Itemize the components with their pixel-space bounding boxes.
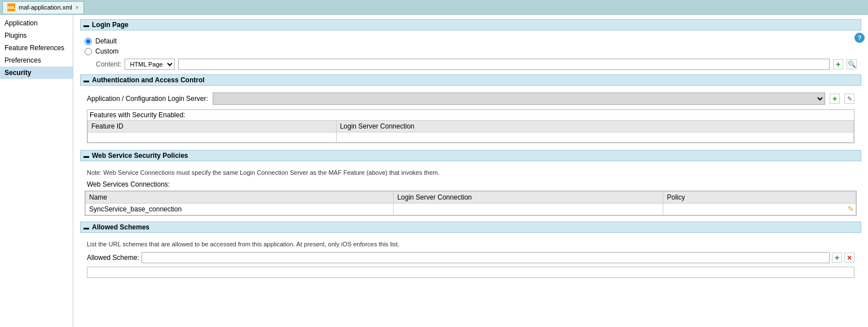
sidebar-item-feature-references[interactable]: Feature References	[0, 42, 73, 54]
collapse-auth-icon[interactable]: ▬	[83, 77, 90, 83]
ws-row-0[interactable]: SyncService_base_connection	[86, 204, 856, 215]
ws-note: Note: Web Service Connections must speci…	[85, 168, 857, 179]
content-row: Content: HTML Page + 🔍	[85, 59, 857, 70]
tab-filename: maf-application.xml	[19, 4, 72, 11]
login-server-add-button[interactable]: +	[830, 94, 840, 104]
sidebar-item-preferences[interactable]: Preferences	[0, 54, 73, 67]
allowed-schemes-body: List the URL schemes that are allowed to…	[80, 237, 861, 285]
help-button[interactable]: ?	[854, 33, 865, 43]
ws-section-title: Web Service Security Policies	[92, 152, 188, 160]
custom-label: Custom	[95, 47, 118, 55]
login-page-body: Default Custom Content: HTML Page + 🔍	[80, 35, 861, 74]
content-search-button[interactable]: 🔍	[847, 59, 857, 69]
feature-empty-row	[88, 132, 854, 143]
allowed-schemes-list-area	[87, 267, 854, 278]
login-server-col-header: Login Server Connection	[336, 121, 853, 132]
ws-name-col-header: Name	[86, 192, 394, 204]
content-path-input[interactable]	[178, 59, 830, 70]
ws-connections-label: Web Services Connections:	[85, 179, 857, 189]
ws-row-0-name: SyncService_base_connection	[86, 204, 394, 215]
tab-close-icon[interactable]: ×	[76, 5, 79, 11]
custom-radio[interactable]	[85, 48, 92, 55]
main-container: ? Application Plugins Feature References…	[0, 15, 868, 327]
login-server-dropdown[interactable]	[213, 92, 825, 105]
login-server-edit-button[interactable]: ✎	[844, 94, 854, 104]
features-label: Features with Security Enabled:	[87, 110, 854, 120]
collapse-allowed-icon[interactable]: ▬	[83, 224, 90, 231]
content-area: ▬ Login Page Default Custom Content: HTM…	[73, 15, 868, 327]
ws-row-0-login	[394, 204, 663, 215]
ws-row-0-policy	[663, 204, 856, 215]
allowed-schemes-title: Allowed Schemes	[92, 223, 149, 231]
xml-icon: XML	[7, 3, 15, 11]
ws-policy-col-header: Policy	[663, 192, 856, 204]
ws-login-col-header: Login Server Connection	[394, 192, 663, 204]
main-tab[interactable]: XML maf-application.xml ×	[2, 1, 84, 14]
features-table-container: Features with Security Enabled: Feature …	[87, 109, 854, 143]
auth-section-body: Application / Configuration Login Server…	[80, 90, 861, 150]
ws-edit-icon[interactable]: ✎	[848, 205, 854, 213]
content-add-button[interactable]: +	[833, 59, 843, 69]
default-radio[interactable]	[85, 38, 92, 45]
ws-section-header: ▬ Web Service Security Policies	[80, 150, 861, 161]
default-label: Default	[95, 37, 117, 45]
sidebar: Application Plugins Feature References P…	[0, 15, 73, 327]
collapse-login-icon[interactable]: ▬	[83, 21, 90, 28]
content-type-dropdown[interactable]: HTML Page	[125, 59, 175, 70]
ws-section-body: Note: Web Service Connections must speci…	[80, 166, 861, 222]
collapse-ws-icon[interactable]: ▬	[83, 152, 90, 159]
login-server-label: Application / Configuration Login Server…	[87, 95, 208, 103]
allowed-scheme-row: Allowed Scheme: + ×	[85, 251, 857, 264]
sidebar-item-security[interactable]: Security	[0, 67, 73, 79]
auth-section-header: ▬ Authentication and Access Control	[80, 74, 861, 86]
login-page-section-header: ▬ Login Page	[80, 19, 861, 30]
sidebar-item-plugins[interactable]: Plugins	[0, 29, 73, 42]
allowed-scheme-label: Allowed Scheme:	[87, 254, 139, 262]
login-server-row: Application / Configuration Login Server…	[85, 92, 857, 105]
allowed-scheme-input[interactable]	[142, 252, 830, 263]
allowed-schemes-section-header: ▬ Allowed Schemes	[80, 222, 861, 233]
custom-radio-row: Custom	[85, 47, 857, 55]
content-label: Content:	[96, 60, 121, 68]
allowed-note: List the URL schemes that are allowed to…	[85, 240, 857, 251]
add-scheme-button[interactable]: +	[832, 253, 842, 263]
sidebar-item-application[interactable]: Application	[0, 17, 73, 29]
auth-section-title: Authentication and Access Control	[92, 76, 205, 84]
login-page-title: Login Page	[92, 21, 129, 29]
tab-bar: XML maf-application.xml ×	[0, 0, 868, 15]
feature-id-col-header: Feature ID	[88, 121, 337, 132]
ws-table: Name Login Server Connection Policy Sync…	[85, 191, 856, 215]
remove-scheme-button[interactable]: ×	[844, 253, 854, 263]
features-table: Feature ID Login Server Connection	[87, 120, 854, 143]
default-radio-row: Default	[85, 37, 857, 45]
